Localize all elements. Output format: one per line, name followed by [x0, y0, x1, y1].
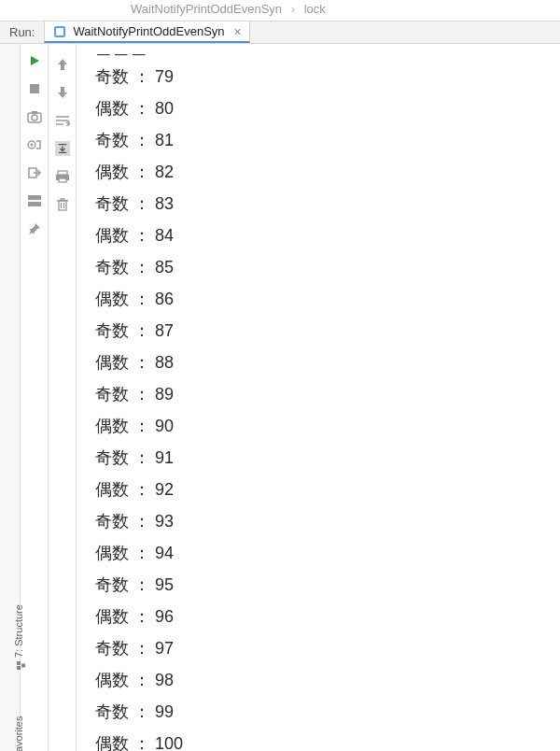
run-tool-window-header: Run: WaitNotifyPrintOddEvenSyn ×: [0, 21, 560, 44]
debug-rerun-icon[interactable]: [27, 137, 42, 152]
svg-rect-19: [59, 201, 66, 210]
trash-icon[interactable]: [55, 197, 70, 212]
console-line: 偶数 ： 96: [95, 601, 560, 632]
console-line: 偶数 ： 88: [95, 347, 560, 378]
breadcrumb-field[interactable]: lock: [304, 2, 326, 16]
console-line: 奇数 ： 81: [95, 124, 560, 156]
console-line: 奇数 ： 87: [95, 315, 560, 347]
camera-icon[interactable]: [27, 109, 42, 124]
close-tab-icon[interactable]: ×: [234, 24, 242, 39]
svg-point-9: [32, 115, 37, 120]
console-cut-line: ⸺⸺⸺: [95, 48, 560, 61]
up-arrow-icon[interactable]: [55, 57, 70, 72]
breadcrumb: WaitNotifyPrintOddEvenSyn › lock: [0, 0, 560, 21]
breadcrumb-class[interactable]: WaitNotifyPrintOddEvenSyn: [131, 2, 282, 16]
console-line: 偶数 ： 90: [95, 410, 560, 442]
console-line: 奇数 ： 91: [95, 442, 560, 474]
svg-rect-1: [56, 28, 63, 35]
structure-label: 7: Structure: [13, 604, 24, 658]
exit-icon[interactable]: [27, 165, 42, 180]
tool-window-structure[interactable]: 7: Structure: [13, 604, 24, 670]
run-tab-name: WaitNotifyPrintOddEvenSyn: [73, 24, 224, 38]
structure-icon: [16, 661, 24, 670]
svg-rect-10: [32, 111, 37, 114]
console-line: 奇数 ： 99: [95, 696, 560, 728]
breadcrumb-sep: ›: [291, 2, 295, 16]
favorites-label: 2: Favorites: [13, 716, 24, 751]
svg-rect-4: [21, 664, 25, 668]
console-output[interactable]: ⸺⸺⸺ 奇数 ： 79偶数 ： 80奇数 ： 81偶数 ： 82奇数 ： 83偶…: [77, 44, 560, 751]
svg-rect-16: [58, 171, 67, 175]
console-line: 奇数 ： 83: [95, 188, 560, 220]
console-line: 奇数 ： 97: [95, 632, 560, 664]
console-line: 偶数 ： 80: [95, 92, 560, 124]
console-line: 偶数 ： 98: [95, 664, 560, 696]
run-icon[interactable]: [27, 53, 42, 68]
svg-rect-3: [17, 661, 21, 665]
print-icon[interactable]: [55, 169, 70, 184]
console-line: 偶数 ： 84: [95, 220, 560, 251]
run-toolbar-right: [49, 44, 77, 751]
svg-rect-7: [30, 84, 39, 93]
console-line: 奇数 ： 79: [95, 61, 560, 92]
svg-point-12: [30, 144, 33, 147]
left-gutter: 7: Structure 2: Favorites: [0, 44, 21, 751]
stop-icon[interactable]: [27, 81, 42, 96]
run-label: Run:: [0, 25, 44, 39]
tool-window-favorites[interactable]: 2: Favorites: [13, 716, 24, 751]
layout-icon[interactable]: [27, 193, 42, 208]
run-config-icon: [52, 24, 67, 39]
console-line: 奇数 ： 85: [95, 251, 560, 283]
svg-marker-6: [31, 56, 39, 65]
run-toolbar-left: [21, 44, 49, 751]
down-arrow-icon[interactable]: [55, 85, 70, 100]
pin-icon[interactable]: [27, 221, 42, 236]
scroll-to-end-icon[interactable]: [55, 141, 70, 156]
svg-rect-14: [28, 195, 41, 200]
console-line: 奇数 ： 95: [95, 569, 560, 601]
run-tab[interactable]: WaitNotifyPrintOddEvenSyn ×: [44, 21, 249, 43]
console-line: 偶数 ： 92: [95, 474, 560, 505]
console-line: 偶数 ： 82: [95, 156, 560, 188]
svg-rect-15: [28, 202, 41, 206]
svg-rect-18: [59, 178, 66, 182]
console-line: 奇数 ： 93: [95, 505, 560, 537]
console-line: 偶数 ： 100: [95, 728, 560, 751]
console-line: 偶数 ： 86: [95, 283, 560, 315]
soft-wrap-icon[interactable]: [55, 113, 70, 128]
console-line: 偶数 ： 94: [95, 537, 560, 569]
svg-rect-2: [17, 666, 21, 670]
console-line: 奇数 ： 89: [95, 378, 560, 410]
